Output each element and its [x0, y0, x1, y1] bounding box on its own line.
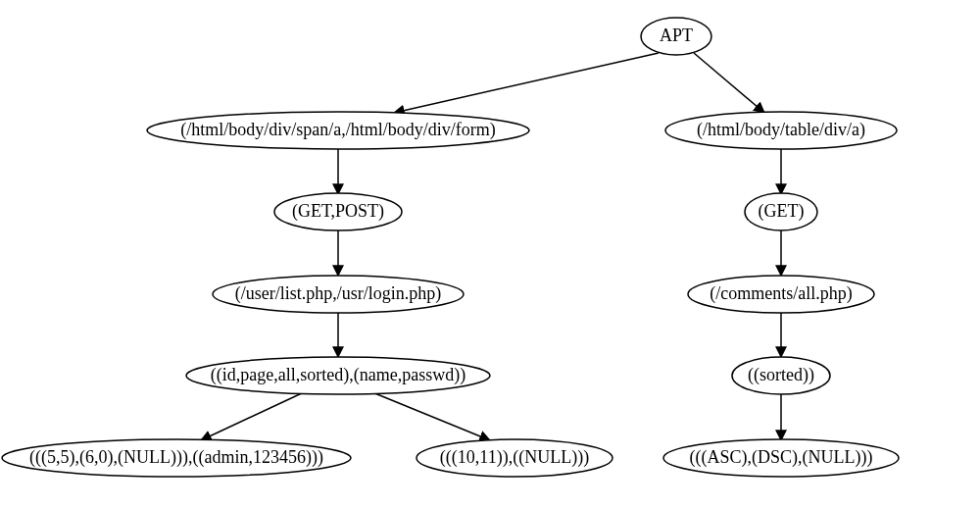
- node-right-l4-label: (/comments/all.php): [710, 283, 852, 304]
- svg-line-8: [201, 392, 304, 440]
- node-leaf-a: (((5,5),(6,0),(NULL))),((admin,123456))): [2, 439, 351, 477]
- node-right-l2-label: (/html/body/table/div/a): [697, 120, 865, 140]
- node-right-l3: (GET): [745, 193, 817, 230]
- node-root: APT: [641, 18, 711, 55]
- node-leaf-c: (((ASC),(DSC),(NULL))): [663, 439, 899, 477]
- node-root-label: APT: [660, 25, 693, 45]
- svg-line-0: [394, 53, 659, 113]
- node-left-l2: (/html/body/div/span/a,/html/body/div/fo…: [147, 112, 529, 149]
- node-leaf-b: (((10,11)),((NULL))): [416, 439, 612, 477]
- node-right-l2: (/html/body/table/div/a): [665, 112, 897, 149]
- node-right-l5-label: ((sorted)): [748, 365, 814, 385]
- node-left-l3-label: (GET,POST): [292, 201, 384, 222]
- svg-line-9: [372, 392, 490, 440]
- node-left-l4-label: (/user/list.php,/usr/login.php): [235, 283, 442, 304]
- node-right-l5: ((sorted)): [732, 357, 830, 394]
- svg-line-1: [694, 53, 764, 113]
- node-left-l3: (GET,POST): [274, 193, 402, 230]
- node-right-l4: (/comments/all.php): [688, 276, 874, 313]
- node-left-l5: ((id,page,all,sorted),(name,passwd)): [186, 357, 490, 394]
- node-left-l4: (/user/list.php,/usr/login.php): [213, 276, 464, 313]
- node-left-l5-label: ((id,page,all,sorted),(name,passwd)): [211, 365, 466, 385]
- node-left-l2-label: (/html/body/div/span/a,/html/body/div/fo…: [180, 120, 495, 140]
- node-leaf-b-label: (((10,11)),((NULL))): [440, 447, 589, 468]
- tree-diagram: APT (/html/body/div/span/a,/html/body/di…: [0, 0, 980, 509]
- node-leaf-c-label: (((ASC),(DSC),(NULL))): [690, 447, 873, 468]
- node-leaf-a-label: (((5,5),(6,0),(NULL))),((admin,123456))): [29, 447, 323, 468]
- node-right-l3-label: (GET): [759, 201, 805, 222]
